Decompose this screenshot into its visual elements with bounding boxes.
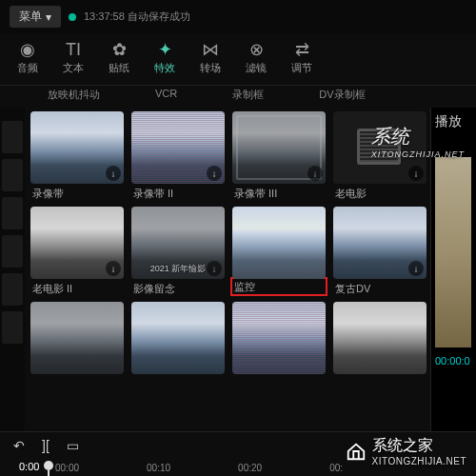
status-dot-icon [69, 13, 76, 21]
download-icon[interactable]: ↓ [207, 166, 222, 181]
text-icon: TI [66, 41, 81, 58]
effect-thumb [232, 207, 326, 279]
strip-item[interactable] [2, 197, 23, 229]
effect-card[interactable]: ↓ 录像带 II [131, 111, 225, 203]
effect-card[interactable]: 监控 [232, 207, 326, 298]
sub-category-labels: 放映机抖动 VCR 录制框 DV录制框 [0, 86, 476, 108]
tab-adjust[interactable]: ⇄调节 [286, 41, 318, 75]
effect-card[interactable]: ↓ 复古DV [333, 207, 426, 298]
effect-label: 老电影 [333, 184, 426, 203]
undo-button[interactable]: ↶ [13, 438, 25, 453]
category-strip [0, 108, 25, 431]
transition-icon: ⋈ [202, 41, 219, 58]
audio-icon: ◉ [20, 41, 35, 58]
effect-label: 录像带 III [232, 184, 326, 203]
download-icon[interactable]: ↓ [408, 166, 424, 181]
effect-card[interactable]: 2021 新年愉影↓ 影像留念 [131, 207, 225, 298]
split-button[interactable]: ][ [42, 438, 50, 453]
timecode: 00:00:0 [435, 355, 472, 367]
download-icon[interactable]: ↓ [106, 166, 121, 181]
house-icon [346, 441, 367, 462]
effect-label: 录像带 [30, 184, 124, 203]
tick-label: 00:10 [147, 463, 170, 473]
autosave-status: 13:37:58 自动保存成功 [84, 10, 190, 24]
tick-label: 00:20 [238, 463, 262, 473]
filter-icon: ⊗ [249, 41, 264, 58]
tab-effects[interactable]: ✦特效 [149, 41, 181, 75]
effects-grid: ↓ 录像带 ↓ 录像带 II ↓ 录像带 III ↓ 老电影 ↓ 老电影 II [25, 108, 430, 431]
strip-item[interactable] [2, 159, 23, 191]
effect-card[interactable]: ↓ 录像带 [30, 111, 124, 203]
menu-label: 菜单 [19, 9, 42, 25]
effect-label: 录像带 II [131, 184, 225, 203]
tab-filter[interactable]: ⊗滤镜 [240, 41, 272, 75]
effect-label: 影像留念 [131, 279, 225, 298]
tick-label: 00:00 [55, 463, 79, 473]
preview-thumbnail [435, 157, 471, 347]
playhead[interactable] [44, 461, 53, 470]
watermark-brand: 系统之家 [372, 436, 467, 456]
effect-label: 复古DV [333, 279, 426, 298]
crop-button[interactable]: ▭ [67, 438, 79, 453]
effect-card[interactable] [30, 302, 124, 374]
chevron-down-icon: ▾ [46, 10, 51, 24]
effect-thumb: ↓ [333, 207, 426, 279]
effect-card[interactable] [232, 302, 326, 374]
download-icon[interactable]: ↓ [408, 261, 424, 276]
sub-label[interactable]: 录制框 [232, 88, 264, 102]
download-icon[interactable]: ↓ [106, 261, 121, 276]
sub-label[interactable]: DV录制框 [319, 88, 365, 102]
effect-thumb: 2021 新年愉影↓ [131, 207, 225, 279]
watermark-center: 系统 XITONGZHIJIA.NET [371, 124, 465, 159]
watermark-url: XITONGZHIJIA.NET [372, 456, 467, 466]
download-icon[interactable]: ↓ [207, 261, 222, 276]
effect-card[interactable] [333, 302, 426, 374]
year-badge: 2021 新年愉影 [150, 263, 207, 275]
tab-sticker[interactable]: ✿贴纸 [103, 41, 135, 75]
effect-card[interactable] [131, 302, 225, 374]
effect-card[interactable]: ↓ 老电影 II [30, 207, 124, 298]
strip-item[interactable] [2, 235, 23, 268]
effect-thumb [232, 302, 326, 374]
strip-item[interactable] [2, 121, 23, 153]
effect-card[interactable]: ↓ 录像带 III [232, 111, 326, 203]
sub-label[interactable]: VCR [155, 88, 177, 102]
sticker-icon: ✿ [112, 41, 127, 58]
effect-thumb [131, 302, 225, 374]
effect-thumb [30, 302, 124, 374]
effect-thumb: ↓ [131, 111, 225, 184]
effects-icon: ✦ [158, 41, 172, 58]
menu-button[interactable]: 菜单 ▾ [10, 6, 61, 28]
category-tabs: ◉音频 TI文本 ✿贴纸 ✦特效 ⋈转场 ⊗滤镜 ⇄调节 [0, 33, 476, 86]
watermark: 系统之家 XITONGZHIJIA.NET [346, 436, 467, 466]
sub-label[interactable]: 放映机抖动 [48, 88, 100, 102]
adjust-icon: ⇄ [295, 41, 309, 58]
tab-audio[interactable]: ◉音频 [11, 41, 44, 75]
effect-thumb: ↓ [30, 111, 124, 184]
effect-label-highlighted: 监控 [230, 277, 327, 296]
effect-label: 老电影 II [30, 279, 124, 298]
playhead-time: 0:00 [19, 461, 39, 472]
effect-thumb: ↓ [30, 207, 124, 279]
tick-label: 00: [329, 463, 343, 473]
strip-item[interactable] [2, 311, 23, 344]
tab-text[interactable]: TI文本 [57, 41, 89, 75]
effect-thumb [333, 302, 426, 374]
effect-thumb: ↓ [232, 111, 326, 184]
download-icon[interactable]: ↓ [307, 166, 323, 181]
strip-item[interactable] [2, 273, 23, 306]
tab-transition[interactable]: ⋈转场 [194, 41, 227, 75]
